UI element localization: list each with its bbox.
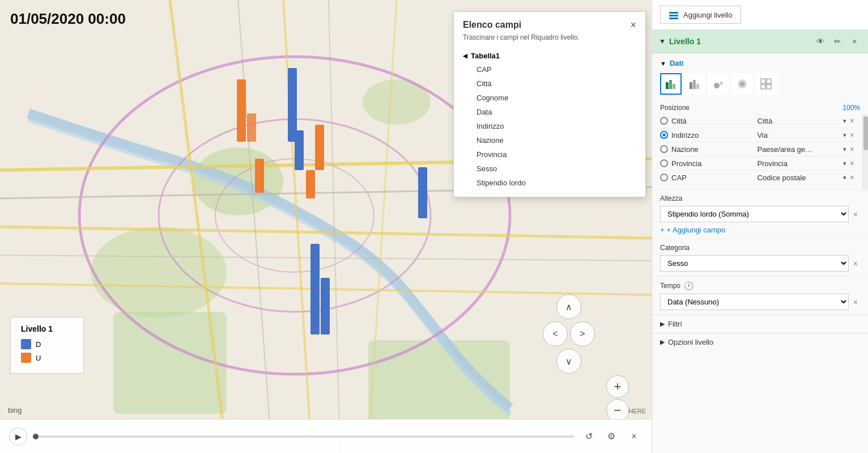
position-scrollbar-thumb [863,116,868,150]
svg-rect-32 [666,82,669,89]
svg-rect-30 [669,15,678,16]
nav-row: < > [543,321,595,346]
field-item-cap[interactable]: CAP [454,62,645,77]
altezza-section: Altezza Stipendio lordo (Somma) × + + Ag… [652,189,868,239]
filtri-header[interactable]: ▶ Filtri [660,320,860,328]
pos-field-provincia: Provincia [671,159,754,168]
viz-bubble-button[interactable] [708,73,729,95]
pos-remove-indirizzo[interactable]: × [850,130,854,139]
aggiungi-campo-button[interactable]: + + Aggiungi campo [660,222,860,234]
aggiungi-campo-icon: + [660,226,665,234]
pos-dropdown-citta[interactable]: ▾ [843,117,846,125]
pos-radio-cap[interactable] [660,173,668,181]
legend-item-u: U [21,353,73,363]
pos-radio-nazione[interactable] [660,145,668,153]
position-scrollbar[interactable] [862,114,868,189]
legend-swatch-d [21,339,31,349]
dati-section-header: ▼ Dati [652,53,868,71]
settings-button[interactable]: ⚙ [603,428,620,445]
svg-rect-31 [669,18,678,19]
pos-field-indirizzo: Indirizzo [671,131,754,139]
svg-rect-43 [761,79,765,83]
legend: Livello 1 D U [10,317,84,374]
field-item-sesso[interactable]: Sesso [454,162,645,176]
svg-rect-29 [669,12,678,14]
legend-label-d: D [36,340,41,349]
opzioni-header[interactable]: ▶ Opzioni livello [660,338,860,346]
field-item-nazione[interactable]: Nazione [454,133,645,147]
dati-arrow[interactable]: ▼ [660,60,666,67]
bubble-icon [712,78,725,90]
viz-3dbar-button[interactable] [660,73,682,95]
position-row-indirizzo: Indirizzo Via ▾ × [660,128,854,142]
categoria-section: Categoria Sesso × [652,239,868,276]
field-table-name[interactable]: ◀ Tabella1 [454,49,645,62]
pos-remove-provincia[interactable]: × [850,159,854,168]
posizione-pct[interactable]: 100% [843,104,860,112]
level-eye-button[interactable]: 👁 [814,35,827,48]
svg-rect-36 [693,80,696,89]
altezza-remove-button[interactable]: × [851,209,860,220]
nav-up-button[interactable]: ∧ [556,294,581,319]
field-item-data[interactable]: Data [454,105,645,119]
level-close-button[interactable]: × [848,35,861,48]
level-expand-arrow[interactable]: ▼ [659,37,666,45]
filtri-label: Filtri [668,320,682,328]
pos-radio-citta[interactable] [660,117,668,125]
level-edit-button[interactable]: ✏ [831,35,844,48]
opzioni-arrow: ▶ [660,338,665,346]
bing-text: bing [8,406,22,414]
viz-2dbar-button[interactable] [684,73,705,95]
playback-bar: ▶ ↺ ⚙ × [0,419,652,453]
field-item-stipendio[interactable]: Stipendio lordo [454,176,645,190]
posizione-label: Posizione [660,104,690,112]
field-list-close-button[interactable]: × [630,20,636,30]
pos-dropdown-nazione[interactable]: ▾ [843,146,846,153]
svg-point-42 [741,83,743,85]
opzioni-section: ▶ Opzioni livello [652,333,868,351]
tempo-remove-button[interactable]: × [851,297,860,308]
viz-heatmap-button[interactable] [731,73,753,95]
field-item-indirizzo[interactable]: Indirizzo [454,119,645,133]
pos-radio-indirizzo[interactable] [660,131,668,139]
svg-rect-26 [418,167,427,218]
viz-grid-button[interactable] [755,73,777,95]
svg-rect-46 [767,84,771,89]
viz-buttons [652,71,868,100]
categoria-remove-button[interactable]: × [851,258,860,269]
layers-icon [669,10,679,20]
field-item-citta[interactable]: Città [454,77,645,91]
pos-dropdown-provincia[interactable]: ▾ [843,160,846,167]
position-list: Città Città ▾ × Indirizzo Via ▾ × Nazion… [652,114,862,185]
altezza-select[interactable]: Stipendio lordo (Somma) [660,206,849,222]
tempo-select[interactable]: Data (Nessuno) [660,294,849,310]
field-item-cognome[interactable]: Cognome [454,91,645,105]
progress-track[interactable] [33,435,575,438]
pos-radio-provincia[interactable] [660,159,668,167]
legend-label-u: U [36,354,41,362]
nav-left-button[interactable]: < [543,321,568,346]
zoom-out-button[interactable]: − [606,399,629,422]
categoria-select[interactable]: Sesso [660,255,849,272]
pos-dropdown-cap[interactable]: ▾ [843,174,846,181]
play-button[interactable]: ▶ [9,427,27,446]
refresh-button[interactable]: ↺ [580,428,597,445]
svg-rect-44 [767,79,771,83]
legend-swatch-u [21,353,31,363]
pos-type-nazione: Paese/area ge… [757,145,839,154]
add-level-button[interactable]: Aggiungi livello [660,6,741,24]
pos-remove-citta[interactable]: × [850,116,854,125]
field-item-provincia[interactable]: Provincia [454,147,645,162]
svg-point-2 [91,227,227,317]
pos-remove-nazione[interactable]: × [850,145,854,154]
svg-rect-23 [295,130,304,170]
field-table-arrow: ◀ [463,53,467,59]
nav-down-button[interactable]: ∨ [556,349,581,374]
filtri-arrow: ▶ [660,320,665,328]
pos-remove-cap[interactable]: × [850,173,854,182]
position-row-provincia: Provincia Provincia ▾ × [660,156,854,171]
nav-right-button[interactable]: > [570,321,595,346]
zoom-in-button[interactable]: + [606,375,629,398]
playback-close-button[interactable]: × [626,428,643,445]
pos-dropdown-indirizzo[interactable]: ▾ [843,132,846,139]
